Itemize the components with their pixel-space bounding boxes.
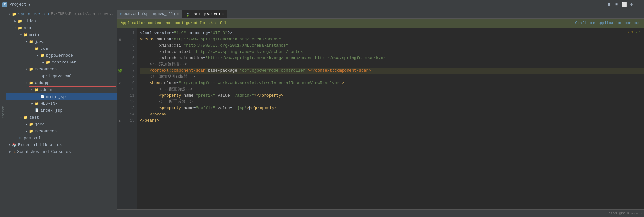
l11-t5: value xyxy=(215,93,230,99)
com-label: com xyxy=(41,46,48,51)
tree-item-webapp[interactable]: ▾ 📁 webapp xyxy=(6,79,117,86)
indexjsp-icon: 📄 xyxy=(34,108,39,113)
tree-item-controller[interactable]: ▶ 📁 controller xyxy=(6,59,117,66)
tree-item-extlibs[interactable]: ▶ 📚 External Libraries xyxy=(6,141,117,148)
tree-item-com[interactable]: ▾ 📁 com xyxy=(6,45,117,52)
configure-link[interactable]: Configure application context xyxy=(575,21,640,25)
title-bar: P Project ▾ ⊞ ≡ ⬜ ⚙ — xyxy=(0,0,644,9)
extlibs-label: External Libraries xyxy=(18,143,62,147)
tree-item-root[interactable]: ▾ 📁 springmvc_all E:\IDEA\Projects\sprin… xyxy=(6,11,117,18)
pom-tab-close[interactable]: ✕ xyxy=(177,12,179,16)
tree-item-admin[interactable]: ▾ 📁 admin xyxy=(29,86,116,93)
testjava-label: java xyxy=(35,122,45,127)
tree-item-testjava[interactable]: ▶ 📁 java xyxy=(6,121,117,128)
l8-indent xyxy=(140,74,149,80)
tree-item-src[interactable]: ▾ 📁 src xyxy=(6,24,117,31)
l13-t1: <property xyxy=(159,105,183,111)
main-arrow: ▾ xyxy=(19,33,23,37)
linenum-11: 11 xyxy=(123,93,134,99)
resources-folder-icon: 📁 xyxy=(29,67,34,72)
tab-pom[interactable]: m pom.xml (springmvc_all) ✕ xyxy=(117,10,182,18)
status-bar: CSDN @KK-Greyson xyxy=(117,209,644,217)
gutter-6 xyxy=(117,61,123,68)
tree-item-indexjsp[interactable]: 📄 index.jsp xyxy=(6,107,117,114)
split-icon[interactable]: ⬜ xyxy=(622,2,627,7)
extlibs-arrow: ▶ xyxy=(7,143,12,147)
tree-item-main[interactable]: ▾ 📁 main xyxy=(6,31,117,38)
resources-arrow: ▾ xyxy=(24,68,29,71)
l1-t4: "UTF-8" xyxy=(210,30,227,36)
root-path: E:\IDEA\Projects\springmvc... xyxy=(51,12,116,16)
layout-icon[interactable]: ⊞ xyxy=(607,2,612,7)
testjava-folder-icon: 📁 xyxy=(29,122,34,127)
tree-item-idea[interactable]: ▶ 📁 .idea xyxy=(6,18,117,24)
bjpowernode-arrow: ▾ xyxy=(36,54,40,57)
l6-t1: <!--添加包扫描--> xyxy=(149,61,187,68)
gutter-5 xyxy=(117,55,123,61)
l4-indent xyxy=(140,49,159,55)
spring-tab-close[interactable]: ✕ xyxy=(222,13,224,16)
l11-t8: ></property> xyxy=(254,93,284,99)
tree-item-webinf[interactable]: ▶ 📁 WEB-INF xyxy=(6,100,117,107)
l2-t4: "http://www.springframework.org/schema/b… xyxy=(171,36,281,43)
tab-springmvc[interactable]: 🍃 springmvc.xml ✕ xyxy=(182,10,227,18)
linenum-9: 9 xyxy=(123,80,134,86)
l8-t1: <!--添加视图解析器--> xyxy=(149,74,195,80)
code-area[interactable]: ⚠ 3 ✓ 1 <?xml version="1.0" encoding="UT… xyxy=(137,28,644,209)
tree-item-scratches[interactable]: ▶ ✏ Scratches and Consoles xyxy=(6,148,117,155)
l3-t2: = xyxy=(181,43,184,49)
tree-item-resources[interactable]: ▾ 📁 resources xyxy=(6,66,117,73)
code-line-9: <bean class="org.springframework.web.ser… xyxy=(140,80,644,86)
l3-t3: "http://www.w3.org/2001/XMLSchema-instan… xyxy=(183,43,288,49)
webinf-arrow: ▶ xyxy=(30,102,34,105)
java-folder-icon: 📁 xyxy=(29,39,34,44)
tree-item-java[interactable]: ▾ 📁 java xyxy=(6,38,117,45)
linenum-15: 15 xyxy=(123,118,134,124)
minimize-icon[interactable]: — xyxy=(637,2,642,7)
align-icon[interactable]: ≡ xyxy=(614,2,619,7)
controller-arrow: ▶ xyxy=(41,61,46,64)
notification-message: Application context not configured for t… xyxy=(121,21,229,25)
admin-arrow: ▾ xyxy=(30,88,34,92)
root-folder-icon: 📁 xyxy=(12,12,17,17)
main-folder-icon: 📁 xyxy=(23,32,28,37)
root-label: springmvc_all xyxy=(18,12,50,17)
project-label-area: P Project ▾ xyxy=(2,2,31,7)
tree-item-test[interactable]: ▾ 📁 test xyxy=(6,114,117,121)
l3-indent xyxy=(140,43,159,49)
webapp-label: webapp xyxy=(35,81,50,85)
linenum-5: 5 xyxy=(123,55,134,61)
gutter-1 xyxy=(117,30,123,36)
linenum-8: 8 xyxy=(123,74,134,80)
gutter-15[interactable]: ⊟ xyxy=(117,118,123,124)
tree-item-springmvcxml[interactable]: ✦ springmvc.xml xyxy=(6,73,117,79)
line-numbers: 1 2 3 4 5 6 7 8 9 10 11 12 13 14 15 xyxy=(123,28,137,209)
l13-t4: "suffix" xyxy=(196,105,215,111)
src-folder-icon: 📁 xyxy=(17,25,22,30)
gutter-2[interactable]: ⊟ xyxy=(117,36,123,43)
l11-t3: = xyxy=(193,93,196,99)
l13-t9: </property> xyxy=(250,105,277,111)
settings-icon[interactable]: ⚙ xyxy=(629,2,634,7)
tree-item-mainjsp[interactable]: 📄 main.jsp xyxy=(6,93,117,100)
tree-item-bjpowernode[interactable]: ▾ 📁 bjpowernode xyxy=(6,52,117,59)
code-line-13: <property name="suffix" value=".jsp"></p… xyxy=(140,105,644,111)
code-line-5: xsi:schemaLocation="http://www.springfra… xyxy=(140,55,644,61)
l7-t1: <context:component-scan xyxy=(149,68,208,74)
gutter-7[interactable]: 🌿 xyxy=(117,68,123,74)
tree-item-testresources[interactable]: ▶ 📁 resources xyxy=(6,128,117,134)
l14-indent xyxy=(140,111,149,118)
main-label: main xyxy=(29,33,39,37)
l1-t5: ?> xyxy=(227,30,232,36)
tab-bar: m pom.xml (springmvc_all) ✕ 🍃 springmvc.… xyxy=(117,9,644,19)
l10-indent xyxy=(140,86,159,93)
gutter-9[interactable]: ⊟ xyxy=(117,80,123,86)
com-arrow: ▾ xyxy=(30,47,34,50)
project-dropdown-icon[interactable]: ▾ xyxy=(28,2,31,7)
testresources-label: resources xyxy=(35,129,57,134)
springmvcxml-icon: ✦ xyxy=(34,73,39,78)
java-label: java xyxy=(35,39,45,44)
idea-arrow: ▶ xyxy=(13,19,17,23)
tree-item-pomxml[interactable]: m pom.xml xyxy=(6,134,117,141)
l1-t1: <?xml version= xyxy=(140,30,174,36)
